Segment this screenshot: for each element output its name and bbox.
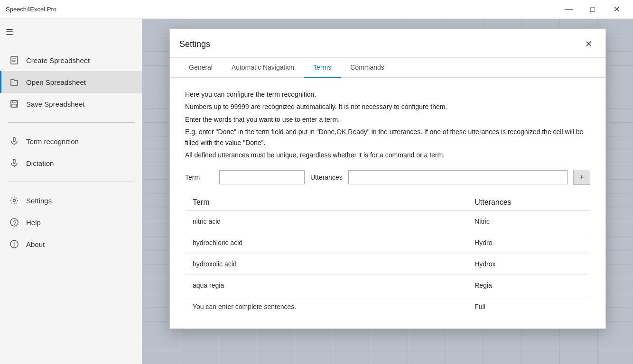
info-line-3: Enter the words that you want to use to … (185, 114, 590, 125)
term-field-label: Term (185, 173, 214, 181)
sidebar-item-dictation[interactable]: Dictation (0, 152, 142, 174)
table-cell-utterances: Regia (467, 275, 590, 296)
sidebar-item-label: Dictation (26, 159, 54, 167)
svg-rect-9 (13, 159, 15, 164)
table-cell-term: nitric acid (185, 211, 467, 232)
sidebar-item-label: About (26, 240, 45, 248)
svg-text:?: ? (13, 219, 17, 226)
terms-tab-content: Here you can configure the term recognit… (170, 78, 605, 328)
about-icon: i (9, 239, 19, 249)
sidebar-item-save-spreadsheet[interactable]: Save Spreadsheet (0, 93, 142, 115)
tab-commands[interactable]: Commands (341, 58, 394, 78)
term-recognition-icon (9, 136, 19, 146)
window-controls: — □ ✕ (558, 0, 627, 19)
settings-icon (9, 195, 19, 206)
dialog-title-bar: Settings ✕ (170, 29, 605, 58)
sidebar-item-term-recognition[interactable]: Term recognition (0, 130, 142, 152)
info-line-2: Numbers up to 99999 are recognized autom… (185, 101, 590, 112)
sidebar-item-label: Term recognition (26, 137, 79, 146)
table-row: hydrochloric acidHydro (185, 232, 590, 254)
settings-dialog: Settings ✕ General Automatic Navigation … (169, 28, 606, 329)
table-row: nitric acidNitric (185, 211, 590, 232)
maximize-button[interactable]: □ (582, 0, 604, 19)
svg-rect-6 (12, 104, 17, 107)
table-cell-term: hydroxolic acid (185, 254, 467, 275)
table-cell-utterances: Full (467, 296, 590, 318)
table-row: You can enter complete sentences.Full (185, 296, 590, 318)
info-line-1: Here you can configure the term recognit… (185, 89, 590, 100)
info-line-4: E.g. enter "Done" in the term field and … (185, 127, 590, 148)
create-spreadsheet-icon (9, 55, 19, 65)
column-header-term: Term (185, 194, 467, 211)
sidebar: ☰ Create Spreadsheet (0, 19, 142, 364)
sidebar-item-label: Open Spreadsheet (26, 78, 86, 86)
table-cell-utterances: Hydrox (467, 254, 590, 275)
open-spreadsheet-icon (9, 77, 19, 87)
table-header-row: Term Utterances (185, 194, 590, 211)
table-cell-term: aqua regia (185, 275, 467, 296)
dialog-close-button[interactable]: ✕ (581, 36, 596, 52)
main-area: Settings ✕ General Automatic Navigation … (142, 19, 633, 364)
dictation-icon (9, 158, 19, 168)
table-cell-utterances: Nitric (467, 211, 590, 232)
app-title: Speech4Excel Pro (6, 6, 56, 13)
sidebar-item-help[interactable]: ? Help (0, 211, 142, 233)
terms-table: Term Utterances nitric acidNitrichydroch… (185, 194, 590, 317)
sidebar-top-section: Create Spreadsheet Open Spreadsheet (0, 46, 142, 118)
window-close-button[interactable]: ✕ (605, 0, 627, 19)
table-cell-term: hydrochloric acid (185, 232, 467, 254)
app-layout: ☰ Create Spreadsheet (0, 19, 633, 364)
table-cell-term: You can enter complete sentences. (185, 296, 467, 318)
tab-terms[interactable]: Terms (304, 58, 341, 78)
hamburger-menu-button[interactable]: ☰ (0, 21, 19, 44)
utterances-field-label: Utterances (310, 173, 343, 181)
sidebar-divider-2 (8, 182, 134, 182)
column-header-utterances: Utterances (467, 194, 590, 211)
term-input[interactable] (219, 170, 305, 184)
sidebar-item-about[interactable]: i About (0, 233, 142, 255)
sidebar-item-label: Create Spreadsheet (26, 56, 90, 64)
sidebar-item-settings[interactable]: Settings (0, 190, 142, 211)
sidebar-item-label: Help (26, 218, 41, 227)
dialog-tabs: General Automatic Navigation Terms Comma… (170, 58, 605, 78)
svg-point-11 (13, 200, 16, 202)
sidebar-item-create-spreadsheet[interactable]: Create Spreadsheet (0, 49, 142, 71)
table-row: aqua regiaRegia (185, 275, 590, 296)
sidebar-item-open-spreadsheet[interactable]: Open Spreadsheet (0, 71, 142, 93)
help-icon: ? (9, 217, 19, 228)
tab-automatic-navigation[interactable]: Automatic Navigation (222, 58, 304, 78)
sidebar-item-label: Settings (26, 197, 52, 205)
term-input-row: Term Utterances + (185, 170, 590, 185)
sidebar-divider-1 (8, 122, 134, 123)
table-row: hydroxolic acidHydrox (185, 254, 590, 275)
app-title-area: Speech4Excel Pro (6, 6, 56, 13)
info-line-5: All defined utterances must be unique, r… (185, 150, 590, 160)
dialog-overlay: Settings ✕ General Automatic Navigation … (142, 19, 633, 364)
sidebar-item-label: Save Spreadsheet (26, 100, 84, 108)
tab-general[interactable]: General (179, 58, 222, 78)
table-cell-utterances: Hydro (467, 232, 590, 254)
minimize-button[interactable]: — (558, 0, 580, 19)
title-bar: Speech4Excel Pro — □ ✕ (0, 0, 633, 19)
save-spreadsheet-icon (9, 99, 19, 109)
svg-rect-7 (13, 137, 15, 142)
svg-text:i: i (14, 241, 15, 248)
add-term-button[interactable]: + (573, 170, 590, 185)
sidebar-bottom-section: Settings ? Help i About (0, 186, 142, 259)
dialog-title: Settings (179, 39, 210, 49)
utterances-input[interactable] (348, 170, 568, 184)
sidebar-middle-section: Term recognition Dictation (0, 127, 142, 178)
